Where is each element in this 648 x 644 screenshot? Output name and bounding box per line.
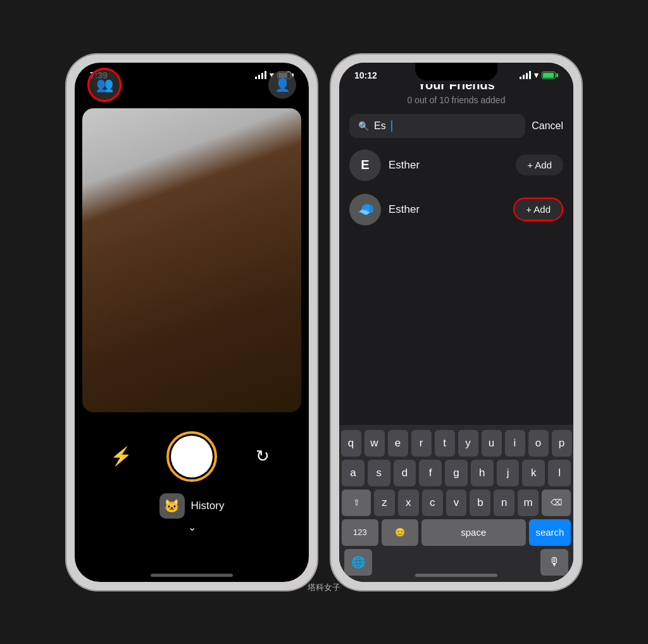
signal-icon-right — [520, 71, 531, 79]
key-h[interactable]: h — [471, 460, 494, 486]
friends-icon: 👥 — [96, 77, 113, 93]
key-emoji[interactable]: 😊 — [382, 519, 418, 546]
mic-button[interactable]: 🎙 — [540, 549, 568, 576]
keyboard-row-1: q w e r t y u i o p — [342, 430, 571, 457]
home-bar-right — [415, 574, 497, 577]
friend-item-2: 🧢 Esther + Add — [339, 187, 573, 232]
flip-camera-button[interactable]: ↻ — [249, 443, 277, 470]
key-r[interactable]: r — [411, 430, 432, 457]
key-q[interactable]: q — [341, 430, 361, 457]
key-x[interactable]: x — [398, 489, 419, 516]
key-b[interactable]: b — [470, 489, 490, 516]
camera-viewfinder-bg — [82, 108, 301, 412]
keyboard-row-4: 123 😊 space search — [342, 519, 571, 546]
key-w[interactable]: w — [364, 430, 385, 457]
key-p[interactable]: p — [552, 430, 572, 457]
key-i[interactable]: i — [505, 430, 525, 457]
watermark-text: 塔科女子 — [308, 583, 340, 592]
add-friend-1-button[interactable]: + Add — [516, 155, 563, 175]
wifi-icon-right: ▾ — [534, 70, 539, 80]
left-phone: 7:39 ▾ — [66, 54, 318, 591]
camera-viewfinder — [82, 108, 301, 412]
shutter-inner — [171, 436, 213, 477]
time-right: 10:12 — [354, 70, 377, 80]
friends-count: 0 out of 10 friends added — [339, 95, 573, 105]
key-d[interactable]: d — [394, 460, 416, 486]
cursor — [391, 120, 392, 132]
key-numbers[interactable]: 123 — [342, 519, 378, 546]
battery-icon-right — [542, 72, 558, 79]
history-label: History — [191, 500, 225, 512]
keyboard: q w e r t y u i o p a — [339, 425, 573, 582]
history-chevron: ⌄ — [188, 521, 196, 533]
key-shift[interactable]: ⇧ — [342, 489, 371, 516]
shutter-button[interactable] — [166, 431, 217, 482]
friend-item-1: E Esther + Add — [339, 143, 573, 187]
flip-icon: ↻ — [256, 446, 270, 466]
keyboard-row-3: ⇧ z x c v b n m ⌫ — [342, 489, 571, 516]
key-k[interactable]: k — [522, 460, 545, 486]
key-m[interactable]: m — [518, 489, 539, 516]
friend-name-2: Esther — [389, 203, 506, 216]
friend-avatar-letter-1: E — [361, 158, 369, 172]
history-row: 🐱 History — [159, 493, 225, 519]
key-o[interactable]: o — [528, 430, 549, 457]
search-input-wrapper[interactable]: 🔍 Es — [349, 114, 525, 138]
key-l[interactable]: l — [548, 460, 571, 486]
history-thumb-emoji: 🐱 — [164, 498, 180, 514]
flash-icon: ⚡ — [110, 446, 132, 467]
cancel-button[interactable]: Cancel — [532, 120, 563, 132]
search-bar: 🔍 Es Cancel — [349, 114, 563, 138]
camera-ui: 👥 👤 ⚡ — [75, 63, 309, 582]
key-g[interactable]: g — [445, 460, 468, 486]
flash-button[interactable]: ⚡ — [107, 443, 135, 470]
key-y[interactable]: y — [458, 430, 478, 457]
status-icons-right: ▾ — [520, 70, 558, 80]
left-phone-inner: 7:39 ▾ — [75, 63, 309, 582]
keyboard-bottom-row: 🌐 🎙 — [342, 549, 571, 576]
add-friend-2-label: + Add — [526, 204, 551, 215]
history-bar[interactable]: 🐱 History ⌄ — [75, 493, 309, 533]
history-thumbnail: 🐱 — [159, 493, 185, 519]
friends-button[interactable]: 👥 — [87, 68, 122, 102]
left-phone-screen: 7:39 ▾ — [75, 63, 309, 582]
key-j[interactable]: j — [497, 460, 520, 486]
key-e[interactable]: e — [388, 430, 408, 457]
notch-right — [415, 63, 497, 80]
friend-avatar-emoji-2: 🧢 — [357, 201, 374, 218]
right-phone-inner: 10:12 ▾ — [339, 63, 573, 582]
key-c[interactable]: c — [422, 489, 443, 516]
key-t[interactable]: t — [435, 430, 455, 457]
right-phone-screen: 10:12 ▾ — [339, 63, 573, 582]
key-delete[interactable]: ⌫ — [542, 489, 571, 516]
key-space[interactable]: space — [421, 519, 526, 546]
globe-button[interactable]: 🌐 — [344, 549, 372, 576]
search-icon: 🔍 — [358, 121, 369, 131]
camera-controls: ⚡ ↻ — [75, 431, 309, 482]
profile-button[interactable]: 👤 — [268, 71, 296, 99]
keyboard-spacer — [375, 549, 537, 576]
friend-name-1: Esther — [389, 159, 508, 172]
key-n[interactable]: n — [494, 489, 514, 516]
notch-left — [151, 63, 233, 80]
key-a[interactable]: a — [342, 460, 364, 486]
friends-overlay: Your Friends 0 out of 10 friends added 🔍… — [339, 63, 573, 582]
key-s[interactable]: s — [368, 460, 390, 486]
keyboard-row-2: a s d f g h j k l — [342, 460, 571, 486]
key-f[interactable]: f — [419, 460, 442, 486]
search-input[interactable]: Es — [374, 120, 386, 132]
right-phone: 10:12 ▾ — [330, 54, 582, 591]
key-v[interactable]: v — [446, 489, 467, 516]
profile-icon: 👤 — [275, 77, 290, 92]
friend-avatar-1: E — [349, 149, 381, 181]
add-friend-1-label: + Add — [527, 160, 552, 170]
add-friend-2-button[interactable]: + Add — [513, 198, 563, 221]
key-z[interactable]: z — [374, 489, 395, 516]
friend-avatar-2: 🧢 — [349, 194, 381, 225]
key-u[interactable]: u — [482, 430, 502, 457]
screenshot-container: 7:39 ▾ — [0, 0, 648, 644]
key-search[interactable]: search — [529, 519, 571, 546]
watermark: 塔科女子 — [308, 582, 340, 593]
home-bar-left — [151, 574, 233, 577]
